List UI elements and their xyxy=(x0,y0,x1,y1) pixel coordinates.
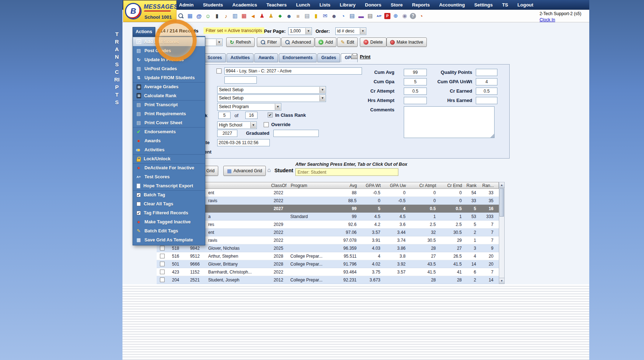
col-gpa-wt[interactable]: GPA Wt xyxy=(359,182,383,188)
setup-select-1[interactable]: Select Setup xyxy=(217,86,326,94)
per-page-select[interactable]: 1,000 xyxy=(288,27,312,35)
class-year-input[interactable] xyxy=(217,130,237,137)
nav-item-library[interactable]: Library xyxy=(340,2,355,8)
col-cr-ernd[interactable]: Cr Ernd xyxy=(438,182,464,188)
student-summary-input[interactable] xyxy=(224,67,362,75)
rank-input[interactable] xyxy=(218,112,231,119)
menu-item-deactivate-for-inactive[interactable]: DeActivate For Inactive xyxy=(133,163,205,172)
nav-item-accounting[interactable]: Accounting xyxy=(439,2,465,8)
grid-row[interactable]: res202992.64.23.62.52.557 xyxy=(157,221,499,228)
menu-item-batch-edit-tags[interactable]: Batch Edit Tags xyxy=(133,226,205,235)
school-level-select[interactable]: High School xyxy=(217,121,257,129)
col-name[interactable] xyxy=(206,182,268,188)
row-checkbox[interactable] xyxy=(160,270,165,274)
grid-row[interactable]: ent202288-0.50005433 xyxy=(157,189,499,197)
scroll-up-button[interactable] xyxy=(499,182,504,188)
menu-item-lock-unlock[interactable]: Lock/Unlock xyxy=(133,154,205,163)
card-icon[interactable]: ▬ xyxy=(357,12,365,20)
cum-avg-input[interactable] xyxy=(404,69,427,76)
condiment-icon[interactable]: ▮ xyxy=(312,12,320,20)
col-cr-atmpt[interactable]: Cr Atmpt xyxy=(408,182,438,188)
ap-icon[interactable]: A/P xyxy=(375,12,383,20)
cr-attempt-input[interactable] xyxy=(404,88,427,95)
grid-row[interactable]: 5019666Glover, Brittany2028College Prepa… xyxy=(157,260,499,268)
notes-icon[interactable]: ▤ xyxy=(303,12,311,20)
delete-button[interactable]: Delete xyxy=(360,37,386,47)
grid-row[interactable]: ravis202288.50-0.5003335 xyxy=(157,197,499,205)
help-icon[interactable]: ? xyxy=(410,13,416,19)
grid-apps-icon[interactable]: ▦ xyxy=(186,12,194,20)
advanced-grid-button[interactable]: Advanced Grid xyxy=(223,166,266,176)
row-checkbox[interactable] xyxy=(160,262,165,266)
quality-points-input[interactable] xyxy=(476,69,497,76)
tab-activities[interactable]: Activities xyxy=(227,53,254,62)
grid-row[interactable]: aStandard994.54.51153333 xyxy=(157,213,499,221)
grid-row[interactable]: 5189842Glover, Nicholas202596.3594.033.8… xyxy=(157,244,499,252)
lunch-icon[interactable]: ≡ xyxy=(294,12,302,20)
grid-row-selected[interactable]: 202799540.50.5516 xyxy=(157,205,499,213)
scroll-down-button[interactable] xyxy=(499,278,504,284)
add-button[interactable]: Add xyxy=(315,37,336,47)
menu-item-print-requirements[interactable]: Print Requirements xyxy=(133,109,205,118)
menu-item-print-cover-sheet[interactable]: Print Cover Sheet xyxy=(133,118,205,127)
tab-endorsements[interactable]: Endorsements xyxy=(279,53,317,62)
advanced-button[interactable]: Advanced xyxy=(281,37,314,47)
smiley-icon[interactable]: ☺ xyxy=(204,12,212,20)
program-select[interactable]: Select Program xyxy=(217,103,281,111)
col-classof[interactable]: ClassOf xyxy=(268,182,289,188)
make-inactive-button[interactable]: Make Inactive xyxy=(386,37,427,47)
nav-item-settings[interactable]: Settings xyxy=(474,2,493,8)
actions-menu-button[interactable]: Actions xyxy=(133,27,155,36)
row-checkbox[interactable] xyxy=(160,246,165,250)
refresh-button[interactable]: Refresh xyxy=(226,37,255,47)
menu-item-awards[interactable]: Awards xyxy=(133,136,205,145)
in-class-rank-checkbox[interactable] xyxy=(268,112,273,117)
nav-item-admin[interactable]: Admin xyxy=(179,2,193,8)
menu-item-test-scores[interactable]: Test Scores xyxy=(133,172,205,181)
col-program[interactable]: Program xyxy=(289,182,333,188)
grid-row[interactable]: 4231152Barnhardt, Christoph...202293.464… xyxy=(157,268,499,276)
menu-item-hope-transcript-export[interactable]: Hope Transcript Export xyxy=(133,181,205,190)
globe-icon[interactable]: ⊕ xyxy=(392,12,399,20)
col-ran[interactable]: Ran... xyxy=(479,182,496,188)
menu-item-batch-tag[interactable]: Batch Tag xyxy=(133,190,205,199)
nav-item-students[interactable]: Students xyxy=(203,2,223,8)
student-select-checkbox[interactable] xyxy=(216,68,222,74)
menu-item-average-grades[interactable]: Average Grades xyxy=(133,82,205,91)
col-rank[interactable]: Rank xyxy=(464,182,479,188)
order-select[interactable]: id # desc xyxy=(335,27,366,35)
nav-item-lunch[interactable]: Lunch xyxy=(296,2,310,8)
nav-item-ts[interactable]: TS xyxy=(502,2,508,8)
col-gpa-uw[interactable]: GPA Uw xyxy=(383,182,408,188)
resize-grip-icon[interactable] xyxy=(490,134,494,138)
print-link[interactable]: Print xyxy=(351,54,371,59)
send-mail-icon[interactable]: ✉ xyxy=(321,12,329,20)
comments-textarea[interactable] xyxy=(404,106,495,138)
nav-item-lists[interactable]: Lists xyxy=(319,2,330,8)
grid-row[interactable]: 2042521Student, Joseph2012College Prepar… xyxy=(157,276,499,284)
group-icon[interactable]: ☻ xyxy=(330,12,338,20)
clock-in-link[interactable]: Clock In xyxy=(540,17,555,22)
announcement-icon[interactable]: ◄ xyxy=(249,12,257,20)
menu-item-make-tagged-inactive[interactable]: Make Tagged Inactive xyxy=(133,217,205,226)
col-avg[interactable]: Avg xyxy=(333,182,359,188)
hrs-attempt-input[interactable] xyxy=(404,97,427,104)
mobile-phone-icon[interactable]: ▮ xyxy=(213,12,221,20)
menu-item-activities[interactable]: Activities xyxy=(133,145,205,154)
audio-icon[interactable]: ♪ xyxy=(222,12,230,20)
edit-button[interactable]: Edit xyxy=(337,37,358,47)
email-icon[interactable]: @ xyxy=(195,12,203,20)
menu-item-unpost-grades[interactable]: UnPost Grades xyxy=(133,64,205,73)
pdf-icon[interactable]: P xyxy=(384,13,390,19)
printer-icon[interactable]: ▤ xyxy=(366,12,374,20)
nav-item-donors[interactable]: Donors xyxy=(365,2,381,8)
tab-scores[interactable]: Scores xyxy=(204,53,226,62)
date-input[interactable] xyxy=(217,139,270,146)
row-checkbox[interactable] xyxy=(160,277,165,282)
grid-row[interactable]: ent202297.063.573.443230.527 xyxy=(157,228,499,236)
graduated-input[interactable] xyxy=(273,130,319,137)
setup-select-2[interactable]: Select Setup xyxy=(217,94,326,102)
cum-gpa-input[interactable] xyxy=(404,78,427,85)
nav-item-store[interactable]: Store xyxy=(391,2,403,8)
nav-item-teachers[interactable]: Teachers xyxy=(267,2,287,8)
